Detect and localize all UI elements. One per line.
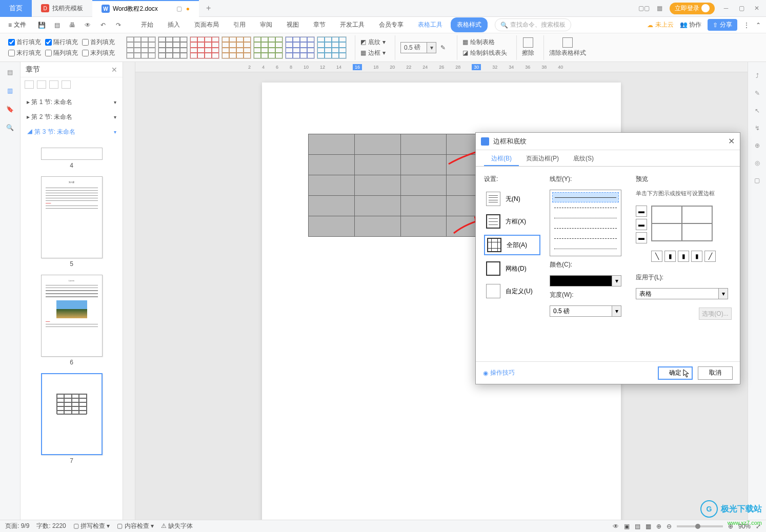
undo-icon[interactable]: ↶ — [97, 19, 109, 31]
tab-template[interactable]: D 找稻壳模板 — [32, 0, 92, 17]
tab-view[interactable]: 视图 — [280, 17, 305, 32]
status-view-icon-3[interactable]: ▦ — [646, 523, 651, 530]
tab-document[interactable]: W Word教程2.docx ▢ ● — [92, 0, 199, 17]
tab-table-tools[interactable]: 表格工具 — [412, 17, 449, 32]
status-view-icon-2[interactable]: ▤ — [635, 523, 640, 530]
rail-icon-1[interactable]: ⤴ — [756, 72, 759, 79]
line-style-solid[interactable] — [552, 192, 619, 202]
nav-item-2[interactable]: ▸ 第 2 节: 未命名▾ — [21, 110, 123, 125]
pencil-icon[interactable]: ✎ — [438, 44, 448, 51]
rail-outline-icon[interactable]: ▤ — [5, 67, 15, 77]
tab-dev[interactable]: 开发工具 — [334, 17, 371, 32]
rail-icon-2[interactable]: ✎ — [755, 90, 760, 97]
more-icon[interactable]: ⋮ — [743, 22, 750, 29]
border-width-combo[interactable]: 0.5 磅 ▾ — [400, 42, 436, 53]
layout-icon[interactable]: ▢▢ — [638, 5, 650, 12]
check-alt-row-fill[interactable]: 隔行填充 — [45, 38, 78, 47]
dialog-close-button[interactable]: ✕ — [728, 136, 735, 146]
rail-bookmark-icon[interactable]: 🔖 — [5, 104, 15, 114]
maximize-button[interactable]: ▢ — [737, 4, 745, 12]
tab-table-style[interactable]: 表格样式 — [451, 17, 488, 32]
preview-bottom-button[interactable]: ▬ — [636, 232, 647, 243]
setting-box[interactable]: 方框(X) — [484, 212, 540, 231]
table-style-6[interactable] — [285, 36, 315, 59]
preview-diag1-button[interactable]: ╲ — [651, 251, 662, 262]
check-last-col-fill[interactable]: 末列填充 — [82, 49, 115, 57]
tab-layout[interactable]: 页面布局 — [188, 17, 225, 32]
tab-insert[interactable]: 插入 — [162, 17, 186, 32]
collab-button[interactable]: 👥 协作 — [680, 21, 701, 29]
setting-custom[interactable]: 自定义(U) — [484, 282, 540, 300]
table-style-3[interactable] — [190, 36, 219, 59]
rail-icon-3[interactable]: ↖ — [755, 107, 760, 114]
apply-combo[interactable]: 表格 ▾ — [636, 288, 728, 299]
rail-search-icon[interactable]: 🔍 — [5, 122, 15, 133]
search-box[interactable]: 🔍 查找命令、搜索模板 — [495, 18, 571, 31]
thumbnail-7[interactable]: 7 — [26, 373, 117, 464]
close-button[interactable]: ✕ — [753, 4, 761, 12]
status-view-icon-4[interactable]: ⊕ — [656, 523, 661, 530]
save-icon[interactable]: 💾 — [35, 19, 48, 31]
nav-close-button[interactable]: ✕ — [111, 66, 117, 74]
table-style-4[interactable] — [221, 36, 251, 59]
table-style-2[interactable] — [158, 36, 188, 59]
rail-icon-7[interactable]: ▢ — [754, 177, 760, 184]
setting-grid[interactable]: 网格(D) — [484, 259, 540, 278]
line-style-dash2[interactable] — [552, 223, 619, 233]
tab-comment-icon[interactable]: ▢ — [176, 5, 182, 12]
rail-icon-5[interactable]: ⊕ — [755, 142, 760, 149]
status-font[interactable]: ⚠ 缺失字体 — [161, 522, 193, 530]
nav-tool-4[interactable] — [62, 80, 71, 89]
draw-table-button[interactable]: ▦绘制表格 — [462, 38, 507, 47]
thumbnail-6[interactable]: Lorem ━━━━ 6 — [26, 275, 117, 366]
thumbnail-4[interactable]: 4 — [26, 148, 117, 169]
nav-tool-1[interactable] — [25, 80, 34, 89]
collapse-ribbon-icon[interactable]: ⌃ — [756, 22, 761, 29]
status-page[interactable]: 页面: 9/9 — [5, 522, 29, 530]
dialog-titlebar[interactable]: 边框和底纹 ✕ — [476, 133, 740, 150]
tips-link[interactable]: ◉ 操作技巧 — [483, 369, 515, 377]
tab-add-button[interactable]: + — [199, 4, 218, 13]
tab-section[interactable]: 章节 — [307, 17, 332, 32]
table-style-1[interactable] — [126, 36, 156, 59]
line-style-list[interactable] — [550, 190, 621, 256]
tab-reference[interactable]: 引用 — [227, 17, 252, 32]
table-style-7[interactable] — [317, 36, 347, 59]
nav-tool-3[interactable] — [49, 80, 58, 89]
preview-right-button[interactable]: ▮ — [691, 251, 702, 262]
preview-mid-h-button[interactable]: ▬ — [636, 219, 647, 230]
dialog-tab-page-border[interactable]: 页面边框(P) — [519, 150, 566, 166]
width-combo[interactable]: 0.5 磅 ▾ — [550, 305, 621, 317]
line-style-dashdot[interactable] — [552, 233, 619, 243]
ruler-horizontal[interactable]: 2 4 6 8 10 12 14 16 18 20 22 24 26 28 30… — [135, 62, 748, 72]
check-last-row-fill[interactable]: 末行填充 — [8, 49, 41, 57]
status-view-icon-1[interactable]: ▣ — [624, 523, 630, 530]
shading-button[interactable]: ◩底纹 ▾ — [360, 38, 386, 47]
border-button[interactable]: ▦边框 ▾ — [360, 49, 386, 57]
table-style-gallery[interactable] — [122, 36, 351, 59]
dialog-tab-border[interactable]: 边框(B) — [484, 150, 519, 166]
status-eye-icon[interactable]: 👁 — [613, 523, 619, 530]
minimize-button[interactable]: ─ — [722, 4, 730, 12]
apps-icon[interactable]: ▦ — [657, 5, 662, 12]
color-combo[interactable]: ▾ — [550, 275, 621, 287]
redo-icon[interactable]: ↷ — [112, 19, 125, 31]
tab-home[interactable]: 首页 — [0, 0, 32, 17]
document-table[interactable] — [308, 134, 493, 237]
clear-style-button[interactable]: 清除表格样式 — [543, 35, 591, 60]
line-style-dash1[interactable] — [552, 202, 619, 213]
cloud-status[interactable]: ☁ 未上云 — [647, 21, 674, 29]
nav-item-3[interactable]: ◢ 第 3 节: 未命名▾ — [21, 125, 123, 139]
line-style-dot[interactable] — [552, 213, 619, 223]
preview-diag2-button[interactable]: ╱ — [704, 251, 716, 262]
login-button[interactable]: 立即登录 — [670, 3, 715, 14]
tab-start[interactable]: 开始 — [135, 17, 159, 32]
status-spell[interactable]: ▢ 拼写检查 ▾ — [73, 522, 110, 530]
line-style-dashdotdot[interactable] — [552, 243, 619, 254]
tab-member[interactable]: 会员专享 — [373, 17, 410, 32]
zoom-out-button[interactable]: ⊖ — [667, 523, 672, 530]
new-icon[interactable]: ▤ — [51, 19, 63, 31]
table-style-5[interactable] — [253, 36, 283, 59]
check-first-row-fill[interactable]: 首行填充 — [8, 38, 41, 47]
setting-none[interactable]: 无(N) — [484, 190, 540, 208]
